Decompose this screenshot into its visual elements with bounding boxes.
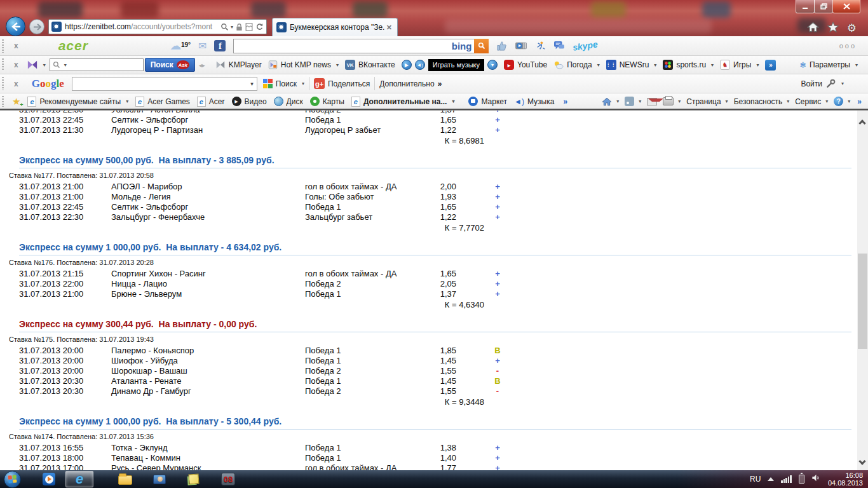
search-history-caret[interactable]: ▾ [250, 81, 254, 87]
vertical-scrollbar[interactable] [857, 111, 868, 470]
command-overflow-chevron[interactable]: » [857, 97, 862, 106]
google-search-button[interactable]: Поиск ▾ [276, 79, 304, 88]
home-menu[interactable]: ▾ [602, 97, 619, 106]
kmplayer-menu-icon[interactable]: ▾ [27, 60, 46, 70]
google-toolbar-close-icon[interactable]: x [14, 79, 18, 88]
mail-icon[interactable]: ✉ [198, 40, 207, 52]
start-button[interactable] [4, 471, 21, 488]
minimize-button[interactable] [796, 0, 815, 13]
weather-menu[interactable]: Погода ▾ [553, 60, 600, 69]
scrollbar-thumb[interactable] [858, 254, 867, 349]
sportsru-menu[interactable]: sports.ru ▾ [663, 60, 714, 70]
help-menu[interactable]: ? ▾ [834, 97, 850, 106]
newsru-menu[interactable]: ⋮⋮ NEWSru ▾ [606, 60, 657, 70]
music-dropdown-icon[interactable]: ▾ [487, 60, 498, 70]
add-favorite-icon[interactable]: ★ [12, 96, 20, 107]
forward-button[interactable] [29, 19, 44, 34]
recommended-sites-menu[interactable]: e Рекомендуемые сайты ▾ [27, 97, 128, 107]
page-menu[interactable]: Страница ▾ [686, 97, 728, 106]
bing-search-button[interactable] [474, 39, 489, 53]
drag-handle[interactable]: ◂▸ [199, 62, 205, 69]
play-icon[interactable]: ▶ [402, 60, 412, 70]
weather-widget[interactable]: ☁ 19° [170, 41, 191, 50]
bing-search-box[interactable]: bing [233, 39, 489, 53]
favorite-acer-games[interactable]: e Acer Games [135, 97, 190, 107]
taskbar-sticky-notes-button[interactable] [180, 471, 208, 487]
games-menu[interactable]: ♞ Игры ▾ [720, 60, 759, 70]
taskbar-explorer-button[interactable] [111, 471, 139, 487]
favorite-disk[interactable]: Диск [274, 97, 303, 106]
rss-menu[interactable]: ▾ [625, 97, 641, 106]
music-play-controls[interactable]: ▶ ◄) Играть музыку ▾ [402, 59, 498, 71]
favorite-music[interactable]: ◄) Музыка [514, 97, 554, 106]
chevron-down-icon[interactable]: ▾ [841, 81, 844, 86]
ask-search-button[interactable]: Поиск Ask [145, 58, 195, 72]
skype-icon[interactable]: skype [573, 39, 599, 52]
browser-tab[interactable]: Букмекерская контора "Зе... ✕ [272, 18, 398, 36]
search-icon[interactable] [220, 23, 229, 31]
favorites-star-icon[interactable] [827, 22, 839, 35]
google-more-menu[interactable]: Дополнительно » [379, 79, 442, 88]
toolbar-more-chevron[interactable]: » [765, 60, 776, 71]
favorite-market[interactable]: Маркет [468, 97, 507, 106]
read-mail-icon[interactable] [647, 98, 657, 105]
kmplayer-link[interactable]: KMPlayer [215, 60, 262, 69]
volume-icon[interactable] [811, 473, 821, 485]
refresh-icon[interactable] [255, 23, 264, 31]
chat-icon[interactable] [553, 41, 565, 51]
play-music-button[interactable]: Играть музыку [428, 59, 484, 71]
google-search-box[interactable]: ▾ [72, 77, 257, 91]
music-dance-icon[interactable] [535, 41, 546, 51]
facebook-icon[interactable]: f [214, 40, 226, 51]
hidden-icons-arrow[interactable] [768, 477, 774, 481]
bing-search-input[interactable] [234, 39, 449, 53]
favorite-acer[interactable]: e Acer [197, 97, 225, 107]
google-signin[interactable]: Войти ▾ [801, 79, 844, 88]
service-menu[interactable]: Сервис ▾ [795, 97, 828, 106]
ask-search-input[interactable] [69, 60, 140, 69]
like-icon[interactable] [496, 41, 507, 51]
compatibility-view-icon[interactable] [245, 23, 253, 31]
security-menu[interactable]: Безопасность ▾ [734, 97, 790, 106]
restore-button[interactable] [814, 0, 833, 13]
print-menu[interactable]: ▾ [663, 97, 681, 105]
toolbar-grip[interactable] [2, 58, 4, 71]
toolbar-overflow-dots[interactable]: ooo [839, 42, 857, 50]
acer-toolbar-close-icon[interactable]: x [14, 41, 18, 50]
favorite-maps[interactable]: Карты [310, 97, 344, 106]
network-signal-icon[interactable] [781, 475, 792, 483]
wrench-icon[interactable] [826, 79, 836, 88]
toolbar-grip[interactable] [2, 77, 4, 90]
additional-menu[interactable]: e Дополнительные на... ▾ [351, 97, 455, 107]
ask-search-box[interactable]: ▾ [50, 58, 144, 71]
sound-icon[interactable]: ◄) [415, 60, 425, 70]
battery-icon[interactable] [799, 475, 804, 484]
ask-toolbar-close-icon[interactable]: x [14, 60, 18, 69]
taskbar-wmp-button[interactable] [35, 471, 63, 487]
url-text[interactable]: https://zenitbet.com/account/yourbets?mo… [65, 22, 218, 31]
youtube-link[interactable]: ▶ YouTube [504, 60, 547, 70]
close-button[interactable] [832, 0, 860, 13]
google-share-button[interactable]: g+ Поделиться [314, 78, 370, 89]
google-search-input[interactable] [72, 78, 250, 90]
taskbar-remote-assist-button[interactable] [146, 471, 173, 487]
taskbar-calendar-button[interactable]: 08 [214, 471, 242, 487]
scroll-down-icon[interactable] [858, 458, 865, 464]
video-reel-icon[interactable] [515, 41, 527, 51]
back-button[interactable] [6, 17, 25, 36]
toolbar-grip[interactable] [2, 96, 4, 107]
search-dropdown-caret[interactable]: ▾ [231, 24, 233, 30]
chevron-down-icon[interactable]: ▾ [64, 62, 67, 68]
ask-settings-menu[interactable]: ❄ Параметры ▾ [799, 60, 858, 70]
home-icon[interactable] [807, 22, 819, 35]
scroll-up-icon[interactable] [858, 119, 865, 126]
favorite-video[interactable]: ▶ Видео [232, 97, 267, 106]
vkontakte-link[interactable]: VK ВКонтакте [345, 60, 395, 70]
toolbar-grip[interactable] [2, 39, 4, 53]
favorites-overflow-chevron[interactable]: » [563, 97, 567, 106]
taskbar-ie-button[interactable]: e [65, 471, 93, 487]
language-indicator[interactable]: RU [750, 475, 761, 484]
settings-gear-icon[interactable]: ⚙ [847, 23, 857, 34]
tab-close-icon[interactable]: ✕ [385, 24, 393, 32]
address-bar[interactable]: https://zenitbet.com/account/yourbets?mo… [48, 19, 267, 34]
